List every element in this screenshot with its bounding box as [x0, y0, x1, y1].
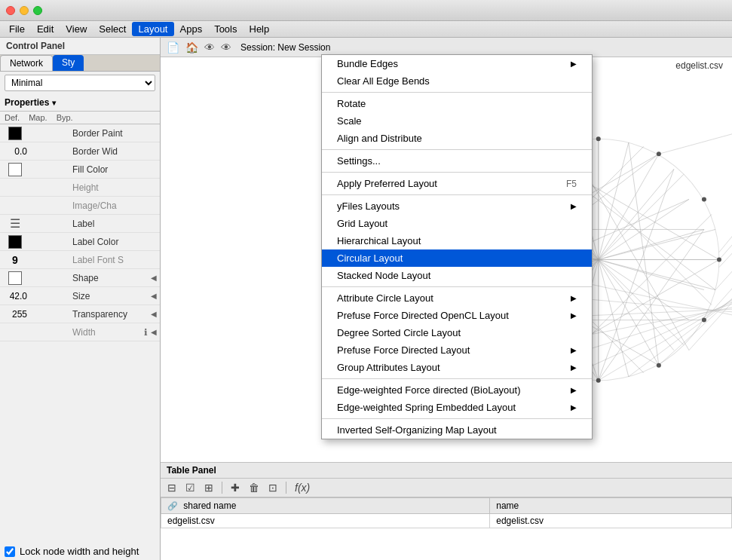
menu-edit[interactable]: Edit [31, 22, 60, 36]
menu-grid[interactable]: Grid Layout [322, 215, 592, 232]
menu-yfiles[interactable]: yFiles Layouts ▶ [322, 197, 592, 215]
menu-file[interactable]: File [3, 22, 31, 36]
control-panel-header: Control Panel [0, 38, 160, 55]
menu-tools[interactable]: Tools [208, 22, 243, 36]
minimal-select[interactable]: Minimal [5, 75, 155, 91]
menu-scale[interactable]: Scale [322, 112, 592, 130]
menu-attribute-circle[interactable]: Attribute Circle Layout ▶ [322, 289, 592, 307]
tab-network[interactable]: Network [0, 55, 53, 71]
toolbar-sep-1 [222, 482, 222, 494]
function-icon[interactable]: f(x) [292, 481, 312, 494]
menu-apps[interactable]: Apps [174, 22, 209, 36]
menu-prefuse-force[interactable]: Prefuse Force Directed Layout ▶ [322, 341, 592, 359]
menu-stacked-node[interactable]: Stacked Node Layout [322, 267, 592, 284]
title-bar [0, 0, 732, 21]
main-layout: Control Panel Network Sty Minimal Proper… [0, 38, 732, 560]
svg-point-60 [657, 151, 661, 156]
prop-width: Width ℹ ◀ [0, 323, 160, 341]
sep-2 [322, 149, 592, 150]
prop-border-paint: Border Paint [0, 124, 160, 142]
left-panel: Control Panel Network Sty Minimal Proper… [0, 38, 161, 560]
grid-icon[interactable]: ⊞ [202, 481, 216, 494]
session-label: Session: New Session [240, 42, 330, 53]
layout-dropdown: Bundle Edges ▶ Clear All Edge Bends Rota… [321, 54, 593, 439]
sep-5 [322, 286, 592, 287]
toolbar-sep-2 [286, 482, 286, 494]
menu-view[interactable]: View [60, 22, 93, 36]
columns-icon[interactable]: ⊟ [165, 481, 179, 494]
prop-border-width: 0.0 Border Wid [0, 142, 160, 161]
svg-point-59 [596, 136, 601, 141]
prop-fill-color: Fill Color [0, 161, 160, 179]
menu-edge-weighted-bio[interactable]: Edge-weighted Force directed (BioLayout)… [322, 381, 592, 399]
svg-point-64 [657, 363, 661, 368]
delete-icon[interactable]: 🗑 [247, 481, 262, 494]
cell-shared-name: edgelist.csv [161, 514, 490, 528]
sep-3 [322, 172, 592, 173]
prop-label-color: Label Color [0, 233, 160, 251]
menu-circular[interactable]: Circular Layout [322, 249, 592, 267]
svg-point-65 [596, 378, 601, 383]
prop-height: Height [0, 179, 160, 197]
menu-prefuse-opencl[interactable]: Prefuse Force Directed OpenCL Layout ▶ [322, 307, 592, 324]
menu-align[interactable]: Align and Distribute [322, 130, 592, 147]
menu-edge-weighted-spring[interactable]: Edge-weighted Spring Embedded Layout ▶ [322, 399, 592, 416]
lock-label: Lock node width and height [20, 546, 139, 557]
tab-row: Network Sty [0, 55, 160, 72]
session-icon-eye[interactable]: 👁 [221, 41, 231, 54]
table-panel-header: Table Panel [161, 463, 732, 479]
properties-header: Properties ▾ [0, 94, 160, 112]
checkboxes-icon[interactable]: ☑ [183, 481, 198, 494]
menu-clear-bends[interactable]: Clear All Edge Bends [322, 72, 592, 90]
properties-cols: Def. Map. Byp. [0, 112, 160, 124]
menu-bundle-edges[interactable]: Bundle Edges ▶ [322, 55, 592, 72]
menu-hierarchical[interactable]: Hierarchical Layout [322, 232, 592, 249]
menu-help[interactable]: Help [243, 22, 276, 36]
table-content: 🔗 shared name name edgelist.csv edgelist… [161, 497, 732, 560]
window-controls [6, 6, 42, 15]
menu-layout[interactable]: Layout [132, 22, 173, 36]
maximize-button[interactable] [33, 6, 42, 15]
shape-box[interactable] [8, 271, 22, 285]
session-icon-doc[interactable]: 📄 [167, 41, 179, 54]
info-icon: ℹ [144, 327, 148, 338]
prop-size: 42.0 Size ◀ [0, 287, 160, 305]
fill-color-box[interactable] [8, 163, 22, 176]
table-toolbar: ⊟ ☑ ⊞ ✚ 🗑 ⊡ f(x) [161, 479, 732, 497]
prop-image: Image/Cha [0, 197, 160, 215]
cell-name: edgelist.csv [490, 514, 732, 528]
right-panel: 📄 🏠 👁 👁 Session: New Session edgelist.cs… [161, 38, 732, 560]
lock-row: Lock node width and height [0, 543, 160, 560]
session-icons: 📄 🏠 👁 👁 [167, 41, 231, 54]
menu-settings[interactable]: Settings... [322, 152, 592, 170]
sep-4 [322, 194, 592, 195]
col-shared-name[interactable]: 🔗 shared name [161, 498, 490, 514]
tab-style[interactable]: Sty [53, 55, 84, 71]
menu-rotate[interactable]: Rotate [322, 95, 592, 112]
menu-group-attributes[interactable]: Group Attributes Layout ▶ [322, 359, 592, 376]
menu-bar: File Edit View Select Layout Apps Tools … [0, 21, 732, 38]
menu-select[interactable]: Select [93, 22, 132, 36]
network-filename: edgelist.csv [675, 60, 723, 71]
menu-degree-sorted[interactable]: Degree Sorted Circle Layout [322, 324, 592, 341]
col-name[interactable]: name [490, 498, 732, 514]
sep-6 [322, 378, 592, 379]
menu-apply-preferred[interactable]: Apply Preferred Layout F5 [322, 175, 592, 192]
table-panel: Table Panel ⊟ ☑ ⊞ ✚ 🗑 ⊡ f(x) 🔗 [161, 462, 732, 560]
minimize-button[interactable] [20, 6, 29, 15]
add-icon[interactable]: ✚ [228, 481, 242, 494]
border-paint-color[interactable] [8, 127, 22, 140]
prop-label: ☰ Label [0, 215, 160, 233]
label-color-box[interactable] [8, 235, 22, 249]
table-row[interactable]: edgelist.csv edgelist.csv [161, 514, 732, 528]
sep-1 [322, 92, 592, 93]
lock-checkbox[interactable] [5, 546, 15, 557]
close-button[interactable] [6, 6, 15, 15]
prop-transparency: 255 Transparency ◀ [0, 305, 160, 323]
svg-point-62 [717, 257, 721, 262]
session-icon-home[interactable]: 🏠 [185, 41, 198, 54]
menu-inverted-som[interactable]: Inverted Self-Organizing Map Layout [322, 421, 592, 439]
merge-icon[interactable]: ⊡ [266, 481, 280, 494]
prop-shape: Shape ◀ [0, 269, 160, 287]
session-icon-eye-off[interactable]: 👁 [204, 41, 215, 54]
